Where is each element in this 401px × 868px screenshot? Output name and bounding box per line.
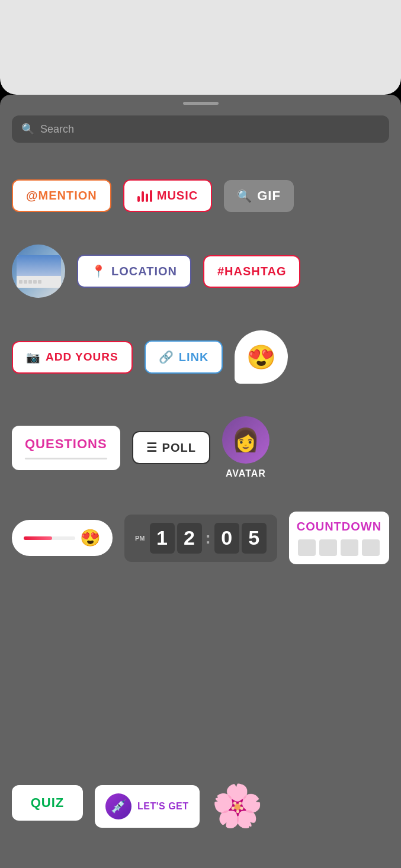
hashtag-label: #HASHTAG [217, 265, 287, 278]
avatar-face-icon: 👩 [232, 427, 259, 453]
screenshot-sticker[interactable] [12, 245, 65, 298]
clock-min1-digit: 0 [221, 526, 232, 549]
drag-handle [183, 102, 219, 105]
letget-circle: 💉 [105, 793, 131, 819]
slider-sticker[interactable]: 😍 [12, 520, 113, 556]
location-sticker[interactable]: 📍 LOCATION [77, 255, 191, 288]
addyours-sticker[interactable]: 📷 ADD YOURS [12, 341, 133, 374]
clock-hour2-box: 2 [177, 523, 202, 554]
gif-label: GIF [257, 188, 281, 204]
link-chain-icon: 🔗 [159, 350, 174, 364]
stickers-grid: @MENTION MUSIC 🔍 GIF [0, 143, 401, 594]
countdown-label: COUNTDOWN [297, 520, 381, 533]
clock-ampm-label: PM [135, 535, 145, 542]
questions-line [25, 458, 107, 459]
avatar-sticker[interactable]: 👩 AVATAR [222, 416, 270, 479]
sticker-row-1: @MENTION MUSIC 🔍 GIF [12, 179, 389, 212]
top-bar [0, 0, 401, 95]
questions-label: QUESTIONS [25, 436, 107, 452]
clock-hour2-digit: 2 [184, 526, 195, 549]
countdown-boxes [298, 539, 380, 556]
countdown-box-2 [319, 539, 337, 556]
clock-hour1-digit: 1 [156, 526, 168, 549]
emoji-bubble-sticker[interactable]: 😍 [235, 330, 288, 384]
clock-sticker[interactable]: PM 1 2 : 0 5 [124, 515, 277, 562]
quiz-label: QUIZ [31, 795, 65, 811]
bottom-row: QUIZ 💉 LET'S GET 🌸 [0, 773, 401, 868]
avatar-circle: 👩 [222, 416, 270, 464]
countdown-box-4 [362, 539, 380, 556]
clock-colon: : [206, 529, 211, 548]
music-sticker[interactable]: MUSIC [123, 179, 212, 212]
countdown-box-1 [298, 539, 316, 556]
sticker-row-5: 😍 PM 1 2 : 0 5 COUNTDOWN [12, 512, 389, 564]
poll-sticker[interactable]: ☰ POLL [132, 431, 210, 464]
search-placeholder: Search [40, 123, 74, 136]
sheet-container: 🔍 Search @MENTION MUSIC 🔍 G [0, 95, 401, 868]
sticker-row-4: QUESTIONS ☰ POLL 👩 AVATAR [12, 416, 389, 479]
music-label: MUSIC [157, 189, 198, 202]
mention-sticker[interactable]: @MENTION [12, 179, 111, 212]
clock-hour1-box: 1 [150, 523, 175, 554]
gif-search-icon: 🔍 [237, 189, 252, 203]
location-pin-icon: 📍 [91, 264, 107, 278]
avatar-label: AVATAR [226, 468, 266, 479]
addyours-label: ADD YOURS [46, 351, 118, 364]
quiz-sticker[interactable]: QUIZ [12, 785, 83, 821]
slider-track[interactable] [24, 536, 75, 540]
clock-min2-digit: 5 [248, 526, 259, 549]
hashtag-sticker[interactable]: #HASHTAG [203, 255, 301, 288]
countdown-sticker[interactable]: COUNTDOWN [289, 512, 389, 564]
poll-label: POLL [162, 441, 196, 455]
letget-icon: 💉 [111, 799, 127, 814]
flower-emoji: 🌸 [211, 783, 263, 829]
sticker-row-3: 📷 ADD YOURS 🔗 LINK 😍 [12, 330, 389, 384]
link-label: LINK [179, 351, 209, 364]
gif-sticker[interactable]: 🔍 GIF [224, 180, 294, 212]
letget-text: LET'S GET [137, 801, 189, 812]
sticker-row-2: 📍 LOCATION #HASHTAG [12, 245, 389, 298]
questions-sticker[interactable]: QUESTIONS [12, 426, 120, 470]
slider-emoji: 😍 [80, 528, 101, 548]
mention-label: @MENTION [26, 189, 97, 202]
search-bar[interactable]: 🔍 Search [12, 115, 389, 143]
clock-min2-box: 5 [242, 523, 267, 554]
letget-sticker[interactable]: 💉 LET'S GET [95, 785, 200, 828]
link-sticker[interactable]: 🔗 LINK [145, 340, 223, 374]
flower-sticker[interactable]: 🌸 [211, 785, 263, 827]
poll-lines-icon: ☰ [146, 441, 158, 455]
clock-min1-box: 0 [214, 523, 239, 554]
addyours-camera-icon: 📷 [26, 351, 41, 364]
heart-eyes-emoji: 😍 [246, 343, 276, 371]
location-label: LOCATION [111, 265, 177, 278]
countdown-box-3 [341, 539, 358, 556]
search-icon: 🔍 [21, 123, 34, 136]
slider-fill [24, 536, 52, 540]
